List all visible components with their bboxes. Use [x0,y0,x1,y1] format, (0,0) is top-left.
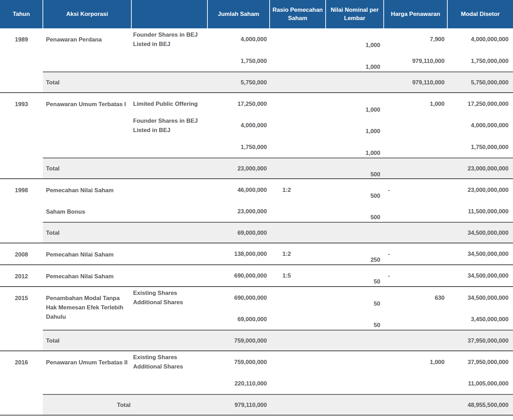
data-row: 2015Penambahan Modal Tanpa Hak Memesan E… [0,287,513,308]
nilai-nominal-value: 500 [371,191,380,200]
section-2015: 2015Penambahan Modal Tanpa Hak Memesan E… [0,287,513,351]
header-cell-tahun: Tahun [0,0,43,28]
aksi-korporasi-cell: Penawaran Umum Terbatas II [43,351,131,394]
harga-penawaran-cell [384,200,447,222]
data-row: 2016Penawaran Umum Terbatas IIExisting S… [0,351,513,373]
aksi-korporasi-cell: Pemecahan Nilai Saham [43,243,131,265]
description-cell [131,50,207,72]
modal-disetor-total-cell: 34,500,000,000 [447,222,513,243]
jumlah-saham-cell: 4,000,000 [207,28,270,50]
modal-disetor-cell: 34,500,000,000 [447,243,513,265]
header-cell-aksi-korporasi: Aksi Korporasi [43,0,131,28]
description-cell [131,373,207,394]
total-row: Total69,000,00034,500,000,000 [0,222,513,243]
table-header: TahunAksi KorporasiJumlah SahamRasio Pem… [0,0,513,28]
harga-penawaran-cell: - [384,179,447,200]
year-cell: 1998 [0,179,43,243]
header-cell-jumlah-saham: Jumlah Saham [207,0,270,28]
description-cell [131,222,207,243]
nilai-nominal-value: 50 [374,299,380,308]
section-1993: 1993Penawaran Umum Terbatas ILimited Pub… [0,93,513,179]
nilai-nominal-cell: 500 [326,200,384,222]
nilai-nominal-value: 1,000 [365,62,380,72]
jumlah-saham-cell: 17,250,000 [207,93,270,114]
modal-disetor-cell: 23,000,000,000 [447,179,513,200]
nilai-nominal-value: 1,000 [365,40,380,50]
rasio-pemecahan-cell: 1:5 [270,265,326,287]
harga-penawaran-total-cell [384,158,447,179]
jumlah-saham-cell: 69,000,000 [207,308,270,330]
description-cell [131,200,207,222]
jumlah-saham-total-cell: 759,000,000 [207,330,270,351]
description-cell: Existing Shares Additional Shares [131,351,207,373]
aksi-korporasi-cell: Pemecahan Nilai Saham [43,265,131,287]
year-cell: 1993 [0,93,43,179]
rasio-pemecahan-cell [270,50,326,72]
header-cell-rasio-pemecahan-saham: Rasio Pemecahan Saham [270,0,326,28]
description-cell [131,243,207,265]
data-row: 1993Penawaran Umum Terbatas ILimited Pub… [0,93,513,114]
description-cell [131,265,207,287]
aksi-korporasi-cell: Penawaran Perdana [43,28,131,72]
harga-penawaran-cell: 979,110,000 [384,50,447,72]
description-cell: Existing Shares Additional Shares [131,287,207,308]
jumlah-saham-total-cell: 69,000,000 [207,222,270,243]
rasio-pemecahan-cell: 1:2 [270,243,326,265]
nilai-nominal-value: 50 [374,277,380,286]
data-row: 1998Pemecahan Nilai Saham46,000,0001:250… [0,179,513,200]
section-1998: 1998Pemecahan Nilai Saham46,000,0001:250… [0,179,513,243]
nilai-nominal-cell: 1,000 [326,50,384,72]
description-cell: Limited Public Offering [131,93,207,114]
data-row: 2008Pemecahan Nilai Saham138,000,0001:22… [0,243,513,265]
header-cell-nilai-nominal-per-lembar: Nilai Nominal per Lembar [326,0,384,28]
nilai-nominal-cell: 50 [326,287,384,308]
modal-disetor-cell: 34,500,000,000 [447,265,513,287]
nilai-nominal-cell [326,373,384,394]
modal-disetor-total-cell: 23,000,000,000 [447,158,513,179]
section-2016: 2016Penawaran Umum Terbatas IIExisting S… [0,351,513,415]
description-cell [131,158,207,179]
rasio-pemecahan-cell [270,351,326,373]
year-cell: 2012 [0,265,43,287]
modal-disetor-cell: 1,750,000,000 [447,50,513,72]
modal-disetor-total-cell: 37,950,000,000 [447,330,513,351]
modal-disetor-cell: 17,250,000,000 [447,93,513,114]
jumlah-saham-cell: 690,000,000 [207,287,270,308]
jumlah-saham-cell: 4,000,000 [207,114,270,136]
rasio-pemecahan-total-cell [270,72,326,93]
rasio-pemecahan-cell [270,136,326,158]
rasio-pemecahan-cell [270,308,326,330]
total-row: Total5,750,000979,110,0005,750,000,000 [0,72,513,93]
nilai-nominal-cell: 1,000 [326,114,384,136]
header-row: TahunAksi KorporasiJumlah SahamRasio Pem… [0,0,513,28]
modal-disetor-cell: 3,450,000,000 [447,308,513,330]
total-label: Total [43,330,131,351]
harga-penawaran-cell: - [384,265,447,287]
nilai-nominal-cell: 1,000 [326,28,384,50]
section-2008: 2008Pemecahan Nilai Saham138,000,0001:22… [0,243,513,265]
total-row: Total759,000,00037,950,000,000 [0,330,513,351]
total-label: Total [43,158,131,179]
nilai-nominal-cell: 50 [326,308,384,330]
nilai-nominal-value: 1,000 [365,105,380,114]
aksi-korporasi-cell: Saham Bonus [43,200,131,222]
year-cell: 2008 [0,243,43,265]
nilai-nominal-total-cell [326,330,384,351]
year-cell: 2016 [0,351,43,415]
nilai-nominal-cell [326,351,384,373]
rasio-pemecahan-cell [270,200,326,222]
total-label: Total [43,394,207,415]
harga-penawaran-total-cell [384,330,447,351]
nilai-nominal-value: 50 [374,320,380,330]
data-row: 2012Pemecahan Nilai Saham690,000,0001:55… [0,265,513,287]
modal-disetor-cell: 37,950,000,000 [447,351,513,373]
nilai-nominal-value: 500 [371,213,380,222]
jumlah-saham-cell: 46,000,000 [207,179,270,200]
modal-disetor-total-cell: 5,750,000,000 [447,72,513,93]
nilai-nominal-cell: 1,000 [326,136,384,158]
rasio-pemecahan-cell [270,287,326,308]
harga-penawaran-cell: 1,000 [384,351,447,373]
nilai-nominal-value: 250 [371,255,380,264]
jumlah-saham-cell: 23,000,000 [207,200,270,222]
total-label: Total [43,72,131,93]
